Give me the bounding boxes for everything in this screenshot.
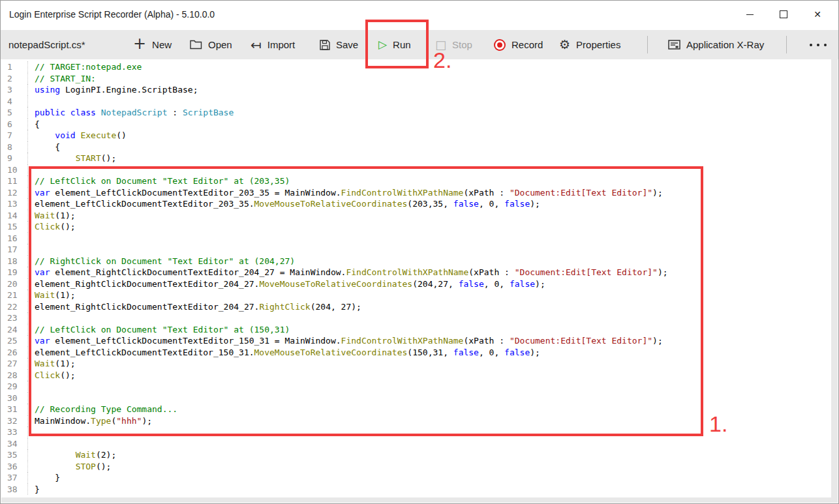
- run-button[interactable]: ▷ Run: [378, 30, 411, 59]
- application-xray-label: Application X-Ray: [686, 39, 764, 50]
- code-text: var element_RightClickDocumentTextEditor…: [27, 267, 831, 278]
- code-line[interactable]: 25var element_LeftClickDocumentTextEdito…: [1, 335, 831, 347]
- window-controls: ✕: [733, 1, 834, 28]
- code-text: [27, 96, 831, 108]
- code-line[interactable]: 4: [1, 96, 831, 108]
- record-button[interactable]: Record: [494, 30, 543, 59]
- code-text: [27, 393, 831, 404]
- code-text: var element_LeftClickDocumentTextEditor_…: [27, 187, 831, 199]
- line-number: 1: [1, 61, 27, 73]
- stop-button[interactable]: □ Stop: [435, 30, 472, 59]
- file-tab[interactable]: notepadScript.cs*: [8, 30, 85, 59]
- horizontal-scrollbar[interactable]: [1, 497, 838, 503]
- code-line[interactable]: 21Wait(1);: [1, 289, 831, 301]
- new-button[interactable]: + New: [133, 30, 172, 59]
- file-tab-label: notepadScript.cs*: [8, 39, 85, 50]
- line-number: 24: [1, 324, 27, 336]
- code-line[interactable]: 3using LoginPI.Engine.ScriptBase;: [1, 84, 831, 96]
- code-line[interactable]: 37 }: [1, 472, 831, 484]
- record-button-label: Record: [511, 39, 543, 50]
- save-button[interactable]: Save: [320, 30, 358, 59]
- code-line[interactable]: 34: [1, 438, 831, 450]
- vertical-scrollbar[interactable]: [831, 59, 838, 497]
- code-line[interactable]: 7 void Execute(): [1, 130, 831, 141]
- code-line[interactable]: 27Wait(1);: [1, 358, 831, 370]
- code-line[interactable]: 22element_RightClickDocumentTextEditor_2…: [1, 301, 831, 313]
- toolbar-separator: [647, 36, 648, 53]
- line-number: 7: [1, 130, 27, 141]
- code-text: using LoginPI.Engine.ScriptBase;: [27, 84, 831, 96]
- line-number: 37: [1, 472, 27, 484]
- code-line[interactable]: 33: [1, 426, 831, 438]
- code-line[interactable]: 5public class NotepadScript : ScriptBase: [1, 107, 831, 119]
- code-line[interactable]: 17: [1, 244, 831, 256]
- maximize-button[interactable]: [767, 1, 801, 28]
- code-text: [27, 438, 831, 450]
- line-number: 26: [1, 347, 27, 359]
- code-line[interactable]: 12var element_LeftClickDocumentTextEdito…: [1, 187, 831, 199]
- import-arrow-icon: ↤: [251, 38, 262, 52]
- code-line[interactable]: 9 START();: [1, 153, 831, 164]
- code-text: element_LeftClickDocumentTextEditor_150_…: [27, 347, 831, 359]
- line-number: 19: [1, 267, 27, 278]
- code-line[interactable]: 36 STOP();: [1, 461, 831, 473]
- line-number: 31: [1, 404, 27, 415]
- title-bar[interactable]: Login Enterprise Script Recorder (Alpha)…: [1, 1, 838, 30]
- code-line[interactable]: 15Click();: [1, 221, 831, 233]
- code-text: var element_LeftClickDocumentTextEditor_…: [27, 335, 831, 347]
- line-number: 36: [1, 461, 27, 473]
- code-line[interactable]: 24// LeftClick on Document "Text Editor"…: [1, 324, 831, 336]
- code-line[interactable]: 26element_LeftClickDocumentTextEditor_15…: [1, 347, 831, 359]
- line-number: 20: [1, 278, 27, 290]
- code-line[interactable]: 8 {: [1, 141, 831, 153]
- code-line[interactable]: 28Click();: [1, 370, 831, 381]
- code-line[interactable]: 35 Wait(2);: [1, 449, 831, 461]
- code-line[interactable]: 19var element_RightClickDocumentTextEdit…: [1, 267, 831, 278]
- import-button[interactable]: ↤ Import: [251, 30, 295, 59]
- save-floppy-icon: [320, 40, 330, 50]
- code-line[interactable]: 32MainWindow.Type("hhh");: [1, 415, 831, 427]
- code-line[interactable]: 14Wait(1);: [1, 210, 831, 222]
- code-line[interactable]: 10: [1, 164, 831, 176]
- code-line[interactable]: 2// START_IN:: [1, 73, 831, 85]
- line-number: 29: [1, 381, 27, 393]
- code-text: [27, 164, 831, 176]
- code-line[interactable]: 11// LeftClick on Document "Text Editor"…: [1, 175, 831, 187]
- window-title: Login Enterprise Script Recorder (Alpha)…: [9, 9, 215, 20]
- code-line[interactable]: 38}: [1, 484, 831, 496]
- code-line[interactable]: 20element_RightClickDocumentTextEditor_2…: [1, 278, 831, 290]
- close-icon: ✕: [814, 10, 821, 19]
- run-play-icon: ▷: [378, 39, 387, 50]
- open-folder-icon: [190, 40, 202, 50]
- new-icon: +: [133, 36, 146, 52]
- code-line[interactable]: 31// Recording Type Command...: [1, 404, 831, 415]
- line-number: 10: [1, 164, 27, 176]
- code-text: Wait(2);: [27, 449, 831, 461]
- more-options-button[interactable]: [810, 30, 827, 59]
- line-number: 23: [1, 312, 27, 324]
- code-line[interactable]: 18// RightClick on Document "Text Editor…: [1, 256, 831, 267]
- code-editor[interactable]: 1// TARGET:notepad.exe2// START_IN:3usin…: [1, 59, 831, 497]
- properties-button[interactable]: ⚙ Properties: [559, 30, 620, 59]
- code-text: Wait(1);: [27, 210, 831, 222]
- code-text: element_LeftClickDocumentTextEditor_203_…: [27, 198, 831, 210]
- code-lines: 1// TARGET:notepad.exe2// START_IN:3usin…: [1, 59, 831, 495]
- code-text: {: [27, 119, 831, 130]
- code-text: // LeftClick on Document "Text Editor" a…: [27, 324, 831, 336]
- line-number: 33: [1, 426, 27, 438]
- code-line[interactable]: 23: [1, 312, 831, 324]
- line-number: 9: [1, 153, 27, 164]
- close-button[interactable]: ✕: [801, 1, 834, 28]
- application-xray-button[interactable]: Application X-Ray: [668, 30, 764, 59]
- code-line[interactable]: 6{: [1, 119, 831, 130]
- code-line[interactable]: 29: [1, 381, 831, 393]
- open-button[interactable]: Open: [190, 30, 232, 59]
- code-line[interactable]: 30: [1, 393, 831, 404]
- toolbar-separator: [786, 36, 787, 53]
- code-line[interactable]: 16: [1, 233, 831, 245]
- code-text: [27, 312, 831, 324]
- minimize-button[interactable]: [733, 1, 767, 28]
- code-line[interactable]: 1// TARGET:notepad.exe: [1, 61, 831, 73]
- toolbar: notepadScript.cs* + New Open ↤ Import Sa…: [1, 30, 838, 59]
- code-line[interactable]: 13element_LeftClickDocumentTextEditor_20…: [1, 198, 831, 210]
